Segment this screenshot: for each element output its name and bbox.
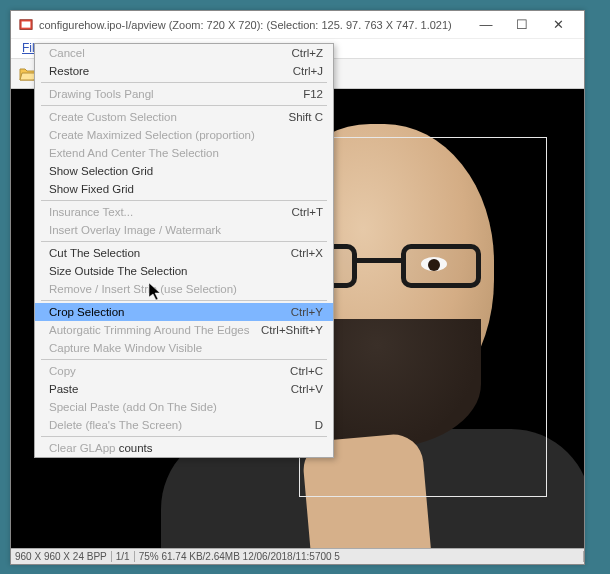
ctx-crop[interactable]: Crop SelectionCtrl+Y xyxy=(35,303,333,321)
ctx-auto-trim: Autorgatic Trimming Around The EdgesCtrl… xyxy=(35,321,333,339)
ctx-size-outside[interactable]: Size Outside The Selection xyxy=(35,262,333,280)
context-menu: CancelCtrl+Z RestoreCtrl+J Drawing Tools… xyxy=(34,43,334,458)
ctx-restore[interactable]: RestoreCtrl+J xyxy=(35,62,333,80)
maximize-button[interactable]: ☐ xyxy=(504,13,540,37)
ctx-drawing: Drawing Tools PanglF12 xyxy=(35,85,333,103)
ctx-overlay: Insert Overlay Image / Watermark xyxy=(35,221,333,239)
ctx-create-max: Create Maximized Selection (proportion) xyxy=(35,126,333,144)
svg-rect-1 xyxy=(22,21,31,27)
ctx-cut[interactable]: Cut The SelectionCtrl+X xyxy=(35,244,333,262)
ctx-extend: Extend And Center The Selection xyxy=(35,144,333,162)
ctx-clear: Clear GLApp counts xyxy=(35,439,333,457)
ctx-cancel: CancelCtrl+Z xyxy=(35,44,333,62)
app-icon xyxy=(19,18,33,32)
window-title: configurehow.ipo-I/apview (Zoom: 720 X 7… xyxy=(39,19,468,31)
ctx-show-fixed-grid[interactable]: Show Fixed Grid xyxy=(35,180,333,198)
minimize-button[interactable]: — xyxy=(468,13,504,37)
ctx-delete: Delete (flea's The Screen)D xyxy=(35,416,333,434)
statusbar: 960 X 960 X 24 BPP 1/1 75% 61.74 KB/2.64… xyxy=(11,548,584,564)
close-button[interactable]: ✕ xyxy=(540,13,576,37)
status-dims: 960 X 960 X 24 BPP xyxy=(11,551,112,562)
ctx-create-custom: Create Custom SelectionShift C xyxy=(35,108,333,126)
ctx-remove-strip: Remove / Insert Strip (use Selection) xyxy=(35,280,333,298)
ctx-paste[interactable]: PasteCtrl+V xyxy=(35,380,333,398)
ctx-show-sel-grid[interactable]: Show Selection Grid xyxy=(35,162,333,180)
ctx-insurance: Insurance Text...Ctrl+T xyxy=(35,203,333,221)
ctx-capture: Capture Make Window Visible xyxy=(35,339,333,357)
status-page: 1/1 xyxy=(112,551,135,562)
titlebar: configurehow.ipo-I/apview (Zoom: 720 X 7… xyxy=(11,11,584,39)
ctx-special-paste: Special Paste (add On The Side) xyxy=(35,398,333,416)
status-info: 75% 61.74 KB/2.64MB 12/06/2018/11:5700 5 xyxy=(135,551,584,562)
ctx-copy: CopyCtrl+C xyxy=(35,362,333,380)
